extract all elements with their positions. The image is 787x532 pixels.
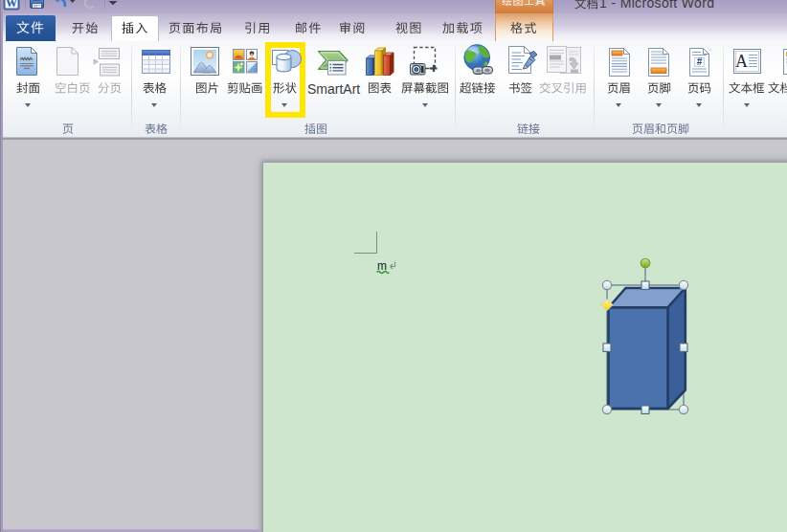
svg-text:A: A xyxy=(735,52,748,71)
svg-text:W: W xyxy=(6,0,17,10)
svg-text:#: # xyxy=(697,56,703,67)
